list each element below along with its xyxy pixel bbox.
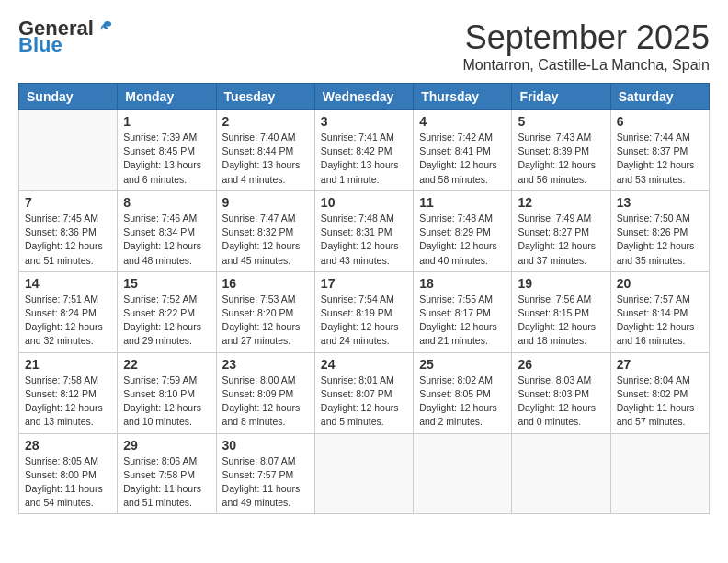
day-number: 1 [123,114,210,129]
day-number: 5 [518,114,604,129]
day-info: Sunrise: 7:40 AM Sunset: 8:44 PM Dayligh… [222,131,309,187]
title-block: September 2025 Montarron, Castille-La Ma… [462,18,710,74]
day-cell [512,433,610,514]
day-number: 9 [222,195,309,210]
page-header: General Blue September 2025 Montarron, C… [18,18,710,74]
weekday-header-monday: Monday [118,84,216,110]
day-number: 24 [321,357,407,372]
day-info: Sunrise: 7:45 AM Sunset: 8:36 PM Dayligh… [25,212,111,268]
day-cell: 10Sunrise: 7:48 AM Sunset: 8:31 PM Dayli… [314,190,413,271]
logo-bird-icon [96,19,114,38]
day-cell: 21Sunrise: 7:58 AM Sunset: 8:12 PM Dayli… [19,352,118,433]
day-number: 27 [617,357,703,372]
day-cell: 2Sunrise: 7:40 AM Sunset: 8:44 PM Daylig… [216,110,314,191]
day-number: 12 [518,195,604,210]
day-number: 3 [321,114,407,129]
day-number: 6 [617,114,703,129]
day-info: Sunrise: 7:42 AM Sunset: 8:41 PM Dayligh… [419,131,506,187]
day-cell: 26Sunrise: 8:03 AM Sunset: 8:03 PM Dayli… [512,352,610,433]
day-number: 18 [419,276,506,291]
day-info: Sunrise: 8:02 AM Sunset: 8:05 PM Dayligh… [419,373,506,430]
week-row-4: 21Sunrise: 7:58 AM Sunset: 8:12 PM Dayli… [19,352,710,433]
day-info: Sunrise: 7:54 AM Sunset: 8:19 PM Dayligh… [321,293,407,349]
day-cell [314,433,413,514]
day-number: 23 [222,357,309,372]
day-cell: 14Sunrise: 7:51 AM Sunset: 8:24 PM Dayli… [19,271,118,352]
day-number: 16 [222,276,309,291]
day-info: Sunrise: 7:41 AM Sunset: 8:42 PM Dayligh… [321,131,407,187]
day-number: 11 [419,195,506,210]
day-info: Sunrise: 7:49 AM Sunset: 8:27 PM Dayligh… [518,212,604,268]
day-info: Sunrise: 7:55 AM Sunset: 8:17 PM Dayligh… [419,293,506,349]
day-info: Sunrise: 7:48 AM Sunset: 8:29 PM Dayligh… [419,212,506,268]
day-cell: 11Sunrise: 7:48 AM Sunset: 8:29 PM Dayli… [414,190,512,271]
day-info: Sunrise: 7:47 AM Sunset: 8:32 PM Dayligh… [222,212,309,268]
calendar: SundayMondayTuesdayWednesdayThursdayFrid… [18,83,710,514]
day-number: 20 [617,276,703,291]
day-cell: 22Sunrise: 7:59 AM Sunset: 8:10 PM Dayli… [118,352,216,433]
day-info: Sunrise: 7:52 AM Sunset: 8:22 PM Dayligh… [123,293,210,349]
day-cell: 19Sunrise: 7:56 AM Sunset: 8:15 PM Dayli… [512,271,610,352]
day-number: 30 [222,438,309,453]
day-cell [19,110,118,191]
day-cell: 6Sunrise: 7:44 AM Sunset: 8:37 PM Daylig… [610,110,709,191]
week-row-5: 28Sunrise: 8:05 AM Sunset: 8:00 PM Dayli… [19,433,710,514]
day-number: 28 [25,438,111,453]
logo: General Blue [18,18,114,55]
day-cell: 29Sunrise: 8:06 AM Sunset: 7:58 PM Dayli… [118,433,216,514]
day-cell: 1Sunrise: 7:39 AM Sunset: 8:45 PM Daylig… [118,110,216,191]
weekday-header-saturday: Saturday [610,84,709,110]
day-number: 7 [25,195,111,210]
day-cell: 3Sunrise: 7:41 AM Sunset: 8:42 PM Daylig… [314,110,413,191]
day-cell: 28Sunrise: 8:05 AM Sunset: 8:00 PM Dayli… [19,433,118,514]
day-number: 2 [222,114,309,129]
day-cell: 4Sunrise: 7:42 AM Sunset: 8:41 PM Daylig… [414,110,512,191]
day-cell: 15Sunrise: 7:52 AM Sunset: 8:22 PM Dayli… [118,271,216,352]
day-cell: 13Sunrise: 7:50 AM Sunset: 8:26 PM Dayli… [610,190,709,271]
day-info: Sunrise: 8:00 AM Sunset: 8:09 PM Dayligh… [222,373,309,430]
day-info: Sunrise: 7:51 AM Sunset: 8:24 PM Dayligh… [25,293,111,349]
day-info: Sunrise: 7:53 AM Sunset: 8:20 PM Dayligh… [222,293,309,349]
day-number: 4 [419,114,506,129]
weekday-header-friday: Friday [512,84,610,110]
day-info: Sunrise: 7:59 AM Sunset: 8:10 PM Dayligh… [123,373,210,430]
month-title: September 2025 [462,18,710,57]
weekday-header-tuesday: Tuesday [216,84,314,110]
day-cell: 5Sunrise: 7:43 AM Sunset: 8:39 PM Daylig… [512,110,610,191]
day-info: Sunrise: 8:06 AM Sunset: 7:58 PM Dayligh… [123,454,210,511]
day-info: Sunrise: 8:05 AM Sunset: 8:00 PM Dayligh… [25,454,111,511]
day-number: 15 [123,276,210,291]
day-cell: 8Sunrise: 7:46 AM Sunset: 8:34 PM Daylig… [118,190,216,271]
weekday-header-row: SundayMondayTuesdayWednesdayThursdayFrid… [19,84,710,110]
day-info: Sunrise: 8:03 AM Sunset: 8:03 PM Dayligh… [518,373,604,430]
day-cell [414,433,512,514]
day-info: Sunrise: 7:39 AM Sunset: 8:45 PM Dayligh… [123,131,210,187]
day-number: 21 [25,357,111,372]
day-cell: 9Sunrise: 7:47 AM Sunset: 8:32 PM Daylig… [216,190,314,271]
day-info: Sunrise: 7:56 AM Sunset: 8:15 PM Dayligh… [518,293,604,349]
day-info: Sunrise: 8:04 AM Sunset: 8:02 PM Dayligh… [617,373,703,430]
day-number: 25 [419,357,506,372]
day-number: 22 [123,357,210,372]
day-cell: 17Sunrise: 7:54 AM Sunset: 8:19 PM Dayli… [314,271,413,352]
day-info: Sunrise: 7:57 AM Sunset: 8:14 PM Dayligh… [617,293,703,349]
week-row-3: 14Sunrise: 7:51 AM Sunset: 8:24 PM Dayli… [19,271,710,352]
day-cell: 12Sunrise: 7:49 AM Sunset: 8:27 PM Dayli… [512,190,610,271]
day-number: 14 [25,276,111,291]
day-number: 13 [617,195,703,210]
weekday-header-wednesday: Wednesday [314,84,413,110]
day-info: Sunrise: 7:44 AM Sunset: 8:37 PM Dayligh… [617,131,703,187]
day-number: 10 [321,195,407,210]
day-number: 29 [123,438,210,453]
day-info: Sunrise: 8:07 AM Sunset: 7:57 PM Dayligh… [222,454,309,511]
location: Montarron, Castille-La Mancha, Spain [462,57,710,74]
day-cell: 7Sunrise: 7:45 AM Sunset: 8:36 PM Daylig… [19,190,118,271]
day-number: 8 [123,195,210,210]
day-info: Sunrise: 8:01 AM Sunset: 8:07 PM Dayligh… [321,373,407,430]
weekday-header-sunday: Sunday [19,84,118,110]
day-number: 19 [518,276,604,291]
day-number: 17 [321,276,407,291]
day-cell: 23Sunrise: 8:00 AM Sunset: 8:09 PM Dayli… [216,352,314,433]
day-cell: 27Sunrise: 8:04 AM Sunset: 8:02 PM Dayli… [610,352,709,433]
weekday-header-thursday: Thursday [414,84,512,110]
